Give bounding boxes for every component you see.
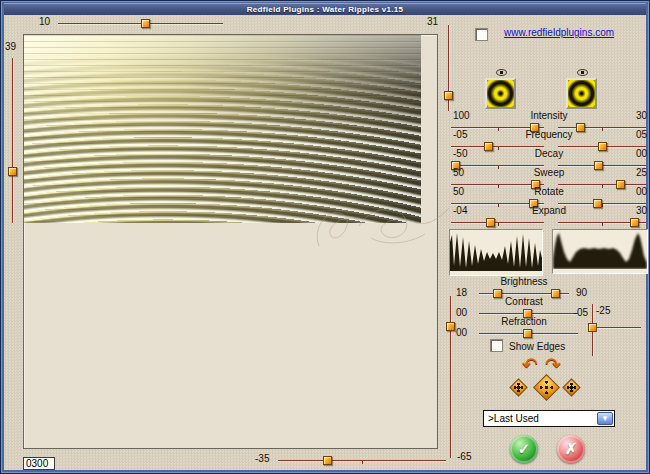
contrast-label: Contrast [451, 296, 597, 307]
ripple-source-thumbnail-2[interactable] [566, 78, 597, 109]
output-waveform-display[interactable] [552, 229, 648, 274]
status-value: 0300 [24, 458, 54, 469]
center-tick [602, 223, 603, 226]
decay-right-slider[interactable] [558, 165, 646, 166]
show-edges-checkbox[interactable] [490, 339, 503, 352]
window-title: Redfield Plugins : Water Ripples v1.15 [4, 4, 646, 15]
intensity-right-value: 30 [617, 110, 647, 121]
rotate-left-slider[interactable] [451, 203, 544, 204]
sweep-left-slider[interactable] [451, 184, 544, 185]
cross-icon: ✗ [565, 440, 578, 457]
frequency-left-slider[interactable] [451, 146, 544, 147]
decay-left-slider[interactable] [451, 165, 544, 166]
input-waveform-graph [450, 230, 542, 271]
bottom-slider-left-label: -35 [255, 453, 269, 464]
eye-icon[interactable] [577, 69, 588, 76]
frequency-right-slider[interactable] [558, 146, 646, 147]
preset-dropdown[interactable]: >Last Used ▾ [483, 410, 615, 427]
refraction-slider-thumb[interactable] [523, 329, 532, 338]
plugin-window: Redfield Plugins : Water Ripples v1.15 1… [0, 0, 650, 474]
expand-right-slider-thumb[interactable] [630, 218, 639, 227]
brightness-label: Brightness [451, 276, 597, 287]
top-slider-thumb[interactable] [141, 19, 150, 28]
expand-right-value: 30 [617, 205, 647, 216]
watermark-signature [301, 186, 461, 261]
frequency-right-value: 05 [617, 129, 647, 140]
refraction-value: 00 [456, 327, 467, 338]
header-checkbox[interactable] [475, 28, 488, 41]
right-top-vertical-slider-thumb[interactable] [444, 91, 453, 100]
pad-thumb[interactable] [588, 323, 597, 332]
rotate-right-value: 00 [617, 186, 647, 197]
expand-left-slider[interactable] [451, 222, 544, 223]
intensity-right-slider[interactable] [558, 127, 646, 128]
brightness-slider[interactable] [479, 293, 569, 294]
chevron-down-icon[interactable]: ▾ [597, 412, 613, 425]
sweep-right-value: 25 [617, 167, 647, 178]
eye-icon[interactable] [496, 69, 507, 76]
bottom-slider-thumb[interactable] [323, 456, 332, 465]
check-icon: ✓ [518, 440, 531, 457]
website-link[interactable]: www.redfieldplugins.com [504, 27, 614, 38]
intensity-left-slider[interactable] [451, 127, 544, 128]
left-slider[interactable] [12, 58, 13, 223]
left-slider-label: 39 [5, 41, 16, 52]
expand-left-slider-thumb[interactable] [486, 218, 495, 227]
bottom-slider[interactable] [278, 460, 446, 461]
center-tick [362, 461, 363, 464]
pad-top-value: -25 [596, 305, 610, 316]
rotate-right-slider[interactable] [558, 203, 646, 204]
pad-horizontal-track[interactable] [592, 327, 641, 328]
decay-right-value: 00 [617, 148, 647, 159]
center-tick [498, 223, 499, 226]
bottom-slider-right-label: -65 [457, 451, 471, 462]
preset-selected-value: >Last Used [488, 413, 539, 424]
expand-right-slider[interactable] [558, 222, 646, 223]
ripple-source-thumbnail-1[interactable] [485, 78, 516, 109]
left-slider-thumb[interactable] [8, 167, 17, 176]
output-waveform-graph [553, 230, 647, 269]
top-slider[interactable] [58, 23, 223, 24]
top-slider-min-label: 10 [39, 16, 50, 27]
input-waveform-display[interactable] [449, 229, 543, 276]
pad-left-value: -05 [564, 307, 588, 318]
refraction-slider[interactable] [479, 333, 578, 334]
show-edges-label: Show Edges [509, 341, 565, 352]
right-top-vertical-slider[interactable] [448, 25, 449, 111]
redo-arrow-icon[interactable]: ↷ [545, 355, 561, 374]
cancel-button[interactable]: ✗ [557, 435, 585, 463]
sweep-right-slider[interactable] [558, 184, 646, 185]
undo-arrow-icon[interactable]: ↶ [522, 355, 538, 374]
top-slider-max-label: 31 [427, 16, 438, 27]
ok-button[interactable]: ✓ [510, 435, 538, 463]
status-value-box: 0300 [23, 457, 55, 470]
